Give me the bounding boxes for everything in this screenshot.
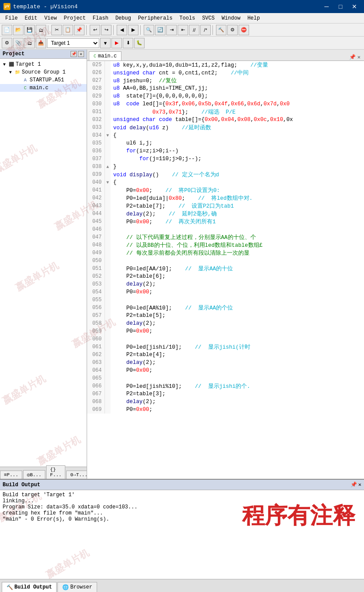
line-expand-icon [104,218,111,225]
line-code-cell: for(i=z;i>0;i--) [111,147,364,155]
new-file-button[interactable]: 📄 [2,25,12,35]
line-number: 032 [87,116,104,124]
run-debug-button[interactable]: ▶ [111,38,122,48]
menu-item-view[interactable]: View [41,14,61,22]
line-number: 067 [87,390,104,398]
menu-item-window[interactable]: Window [218,14,244,22]
line-code-cell: P2=table[6]; [111,272,364,280]
search-button[interactable]: 🔍 [144,25,154,35]
line-number: 046 [87,225,104,233]
save-all-button[interactable]: 🗂 [36,25,46,35]
target-settings-button[interactable]: ⚙ [2,38,12,48]
project-close-button[interactable]: ✕ [78,51,84,57]
tree-item-sourcegroup1[interactable]: ▼ 📁 Source Group 1 [0,68,87,76]
maximize-button[interactable]: □ [334,2,347,11]
line-expand-icon[interactable]: ▼ [104,131,111,139]
c-file-icon: C [22,84,29,91]
table-row: 046 [87,225,364,233]
tree-label-sourcegroup1: Source Group 1 [22,69,66,75]
build-close-button[interactable]: ✕ [358,481,361,488]
project-bottom-tabs: ≡P... ◎B... {} F... 0→T... [0,467,87,479]
table-row: 060 [87,335,364,343]
indent-button[interactable]: ⇥ [166,25,177,35]
line-number: 039 [87,171,104,178]
file-extensions-button[interactable]: 📎 [13,38,24,48]
menu-item-tools[interactable]: Tools [176,14,199,22]
line-expand-icon [104,335,111,343]
copy-button[interactable]: 📋 [63,25,73,35]
window-controls: ─ □ ✕ [320,2,361,11]
close-button[interactable]: ✕ [348,2,361,11]
menu-item-peripherals[interactable]: Peripherals [135,14,176,22]
tree-item-mainc[interactable]: C main.c [0,84,87,92]
replace-button[interactable]: 🔄 [155,25,165,35]
table-row: 054 P0=0x00; [87,288,364,296]
line-expand-icon [104,296,111,304]
expand-icon-sg1[interactable]: ▼ [8,70,13,75]
menu-item-edit[interactable]: Edit [21,14,41,22]
open-button[interactable]: 📂 [13,25,24,35]
menu-item-flash[interactable]: Flash [89,14,112,22]
editor-tab-bar: C main.c 📌 ✕ [87,50,364,61]
proj-tab-b[interactable]: ◎B... [23,470,45,479]
proj-tab-t[interactable]: 0→T... [66,471,87,479]
line-number: 068 [87,398,104,406]
build-pin-button[interactable]: 📌 [351,481,357,488]
manage-components-button[interactable]: 🗂 [24,38,35,48]
bottom-tabs-bar: 🔨 Build Output 🌐 Browser [0,579,364,592]
code-content[interactable]: 025u8 key,x,y,duia=10,duib=11,z1,z2,flag… [87,61,364,479]
uncomment-button[interactable]: /* [200,25,211,35]
menu-item-project[interactable]: Project [60,14,89,22]
line-comment: // 定义一个名为d [159,172,219,178]
target-selector[interactable]: Target 1 [47,38,99,48]
comment-button[interactable]: // [189,25,199,35]
menu-item-file[interactable]: File [2,14,21,22]
line-expand-icon[interactable]: ▼ [104,178,111,186]
line-comment: // 将P0口设置为0: [152,188,220,194]
back-button[interactable]: ◀ [117,25,127,35]
menu-item-help[interactable]: Help [244,14,263,22]
editor-pin-button[interactable]: 📌 [349,54,356,61]
table-row: 025u8 key,x,y,duia=10,duib=11,z1,z2,flag… [87,61,364,69]
line-expand-icon[interactable]: ▲ [104,163,111,171]
minimize-button[interactable]: ─ [320,2,333,11]
stop-build-button[interactable]: ⛔ [239,25,249,35]
expand-icon[interactable]: ▼ [2,62,7,67]
proj-tab-f[interactable]: {} F... [46,465,65,479]
editor-tab-mainc[interactable]: C main.c [89,51,121,61]
debug-button[interactable]: 🐛 [134,38,145,48]
line-expand-icon [104,343,111,351]
editor-close-button[interactable]: ✕ [357,54,361,61]
line-comment: // 将led数组中对. [185,195,253,202]
proj-tab-p[interactable]: ≡P... [0,471,22,479]
undo-button[interactable]: ↩ [90,25,100,35]
rebuild-button[interactable]: ⚙ [227,25,238,35]
tree-item-startup[interactable]: A STARTUP.A51 [0,76,87,84]
build-button[interactable]: 🔨 [216,25,226,35]
save-button[interactable]: 💾 [24,25,35,35]
redo-button[interactable]: ↪ [101,25,111,35]
table-row: 041 P0=0x00; // 将P0口设置为0: [87,186,364,194]
line-code-cell: ul6 i,j; [111,139,364,147]
download-button[interactable]: ⬇ [123,38,133,48]
table-row: 055 [87,296,364,304]
line-expand-icon [104,241,111,249]
bottom-tab-build[interactable]: 🔨 Build Output [2,582,57,592]
line-expand-icon [104,225,111,233]
bottom-tab-browser[interactable]: 🌐 Browser [57,582,97,592]
menu-item-svcs[interactable]: SVCS [199,14,218,22]
loader-button[interactable]: 📥 [36,38,46,48]
tree-item-target1[interactable]: ▼ ⬛ Target 1 [0,61,87,68]
line-number: 054 [87,288,104,296]
forward-button[interactable]: ▶ [128,25,138,35]
target-options-btn[interactable]: ▼ [100,38,111,48]
line-number: 048 [87,241,104,249]
outdent-button[interactable]: ⇤ [178,25,188,35]
line-code-cell: P0=0x00; // 将P0口设置为0: [111,186,364,194]
pin-button[interactable]: 📌 [71,51,77,57]
line-number: 069 [87,406,104,414]
line-number: 029 [87,92,104,100]
cut-button[interactable]: ✂ [51,25,62,35]
menu-item-debug[interactable]: Debug [112,14,135,22]
paste-button[interactable]: 📌 [74,25,84,35]
